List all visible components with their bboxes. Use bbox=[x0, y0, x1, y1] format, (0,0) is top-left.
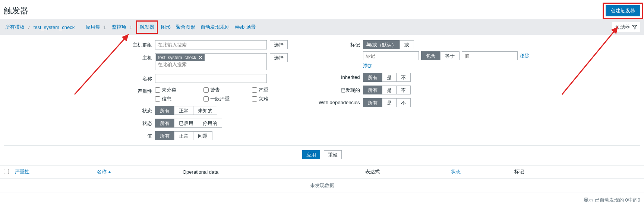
hostgroup-select-button[interactable]: 选择 bbox=[270, 40, 288, 49]
nav-tab-graphs[interactable]: 图形 bbox=[160, 23, 172, 31]
discovered-yes[interactable]: 是 bbox=[382, 86, 397, 94]
col-status[interactable]: 状态 bbox=[451, 168, 514, 175]
nav-tab-triggers[interactable]: 触发器 bbox=[140, 24, 154, 30]
inherited-group: 所有 是 不 bbox=[363, 73, 411, 82]
nav-bar: 所有模板 / test_system_check 应用集 1 监控项 1 触发器… bbox=[0, 19, 644, 35]
hostgroup-input[interactable] bbox=[156, 41, 266, 48]
discovered-no[interactable]: 不 bbox=[396, 86, 411, 94]
apply-button[interactable]: 应用 bbox=[302, 150, 320, 159]
severity-checkbox[interactable] bbox=[252, 87, 257, 93]
status-all[interactable]: 所有 bbox=[155, 119, 174, 128]
severity-checkbox[interactable] bbox=[155, 87, 160, 93]
nav-tab-appset[interactable]: 应用集 bbox=[84, 23, 102, 31]
label-value: 值 bbox=[115, 131, 152, 139]
table-footer: 显示 已自动发现的 0中的0 bbox=[0, 193, 644, 207]
tag-mode-andor[interactable]: 与/或（默认） bbox=[363, 40, 400, 49]
nav-tab-items[interactable]: 监控项 bbox=[110, 23, 128, 31]
severity-option[interactable]: 严重 bbox=[252, 87, 293, 93]
inherited-yes[interactable]: 是 bbox=[382, 73, 397, 82]
label-name: 名称 bbox=[115, 74, 152, 82]
host-input[interactable] bbox=[156, 61, 266, 68]
nav-tab-web[interactable]: Web 场景 bbox=[233, 23, 257, 31]
filter-panel: 主机群组 选择 主机 test_system_check ✕ 选择 名称 bbox=[0, 35, 644, 165]
filter-toggle[interactable]: 过滤器 bbox=[612, 22, 640, 32]
value-ok[interactable]: 正常 bbox=[174, 131, 193, 140]
tag-mode-group: 与/或（默认） 或 bbox=[363, 40, 530, 49]
severity-grid: 未分类 警告 严重 信息 一般严重 灾难 bbox=[155, 87, 293, 102]
state-group: 所有 正常 未知的 bbox=[155, 106, 217, 115]
tag-op-contains[interactable]: 包含 bbox=[421, 51, 441, 60]
label-inherited: Inherited bbox=[312, 73, 360, 80]
nav-tab-screens[interactable]: 聚合图形 bbox=[174, 23, 197, 31]
withdep-no[interactable]: 不 bbox=[396, 98, 411, 107]
hostgroup-multiselect[interactable] bbox=[155, 40, 267, 49]
host-chip: test_system_check ✕ bbox=[156, 54, 205, 61]
withdep-all[interactable]: 所有 bbox=[363, 98, 382, 107]
label-discovered: 已发现的 bbox=[312, 86, 360, 94]
results-table: 严重性 名称 Operational data 表达式 状态 标记 未发现数据 … bbox=[0, 165, 644, 207]
col-tags: 标记 bbox=[514, 168, 524, 175]
filter-toggle-label: 过滤器 bbox=[615, 24, 630, 30]
discovered-all[interactable]: 所有 bbox=[363, 86, 382, 94]
label-severity: 严重性 bbox=[115, 87, 152, 95]
tag-value-input[interactable] bbox=[462, 51, 518, 60]
host-select-button[interactable]: 选择 bbox=[270, 53, 288, 62]
tag-op-equals[interactable]: 等于 bbox=[440, 51, 460, 60]
col-name[interactable]: 名称 bbox=[97, 168, 183, 175]
label-status: 状态 bbox=[115, 119, 152, 127]
severity-option[interactable]: 警告 bbox=[203, 87, 244, 93]
nav-template-name[interactable]: test_system_check bbox=[32, 24, 76, 31]
withdep-yes[interactable]: 是 bbox=[382, 98, 397, 107]
col-opdata: Operational data bbox=[183, 169, 365, 175]
value-all[interactable]: 所有 bbox=[155, 131, 174, 140]
inherited-no[interactable]: 不 bbox=[396, 73, 411, 82]
nav-count-appset: 1 bbox=[103, 25, 106, 30]
create-trigger-button[interactable]: 创建触发器 bbox=[606, 5, 640, 16]
nav-count-items: 1 bbox=[129, 25, 132, 30]
severity-option[interactable]: 未分类 bbox=[155, 87, 196, 93]
col-expression: 表达式 bbox=[365, 168, 451, 175]
severity-checkbox[interactable] bbox=[252, 96, 257, 102]
tag-mode-or[interactable]: 或 bbox=[400, 40, 414, 49]
state-unknown[interactable]: 未知的 bbox=[193, 106, 217, 115]
host-chip-label: test_system_check bbox=[158, 55, 196, 60]
nav-tab-discovery[interactable]: 自动发现规则 bbox=[199, 23, 231, 31]
severity-checkbox[interactable] bbox=[155, 96, 160, 102]
severity-checkbox[interactable] bbox=[203, 87, 209, 93]
nav-all-templates[interactable]: 所有模板 bbox=[4, 23, 26, 31]
page-header: 触发器 创建触发器 bbox=[0, 0, 644, 19]
label-state: 状态 bbox=[115, 106, 152, 114]
tag-op-group: 包含 等于 bbox=[421, 51, 460, 60]
filter-actions: 应用 重设 bbox=[4, 145, 640, 164]
value-group: 所有 正常 问题 bbox=[155, 131, 212, 140]
state-all[interactable]: 所有 bbox=[155, 106, 174, 115]
page-title: 触发器 bbox=[4, 5, 28, 16]
no-data-row: 未发现数据 bbox=[0, 179, 644, 193]
filter-col-right: 标记 与/或（默认） 或 包含 等于 移除 bbox=[312, 40, 530, 140]
tag-add-link[interactable]: 添加 bbox=[363, 62, 373, 69]
tag-name-input[interactable] bbox=[363, 51, 419, 60]
withdep-group: 所有 是 不 bbox=[363, 98, 411, 107]
label-tags: 标记 bbox=[312, 40, 360, 48]
severity-checkbox[interactable] bbox=[203, 96, 209, 102]
filter-col-left: 主机群组 选择 主机 test_system_check ✕ 选择 名称 bbox=[115, 40, 293, 140]
select-all-checkbox[interactable] bbox=[4, 169, 9, 174]
name-input[interactable] bbox=[155, 74, 267, 83]
tag-remove-link[interactable]: 移除 bbox=[520, 52, 530, 59]
host-multiselect[interactable]: test_system_check ✕ bbox=[155, 53, 267, 70]
reset-button[interactable]: 重设 bbox=[324, 150, 342, 159]
table-header-row: 严重性 名称 Operational data 表达式 状态 标记 bbox=[0, 165, 644, 179]
severity-option[interactable]: 灾难 bbox=[252, 96, 293, 102]
severity-option[interactable]: 信息 bbox=[155, 96, 196, 102]
value-problem[interactable]: 问题 bbox=[193, 131, 212, 140]
host-chip-remove[interactable]: ✕ bbox=[199, 55, 202, 60]
status-disabled[interactable]: 停用的 bbox=[198, 119, 222, 128]
status-enabled[interactable]: 已启用 bbox=[174, 119, 198, 128]
filter-icon bbox=[632, 25, 637, 30]
col-severity[interactable]: 严重性 bbox=[15, 168, 97, 175]
state-normal[interactable]: 正常 bbox=[174, 106, 193, 115]
label-host: 主机 bbox=[115, 53, 152, 61]
inherited-all[interactable]: 所有 bbox=[363, 73, 382, 82]
breadcrumb-separator: / bbox=[28, 25, 30, 30]
severity-option[interactable]: 一般严重 bbox=[203, 96, 244, 102]
